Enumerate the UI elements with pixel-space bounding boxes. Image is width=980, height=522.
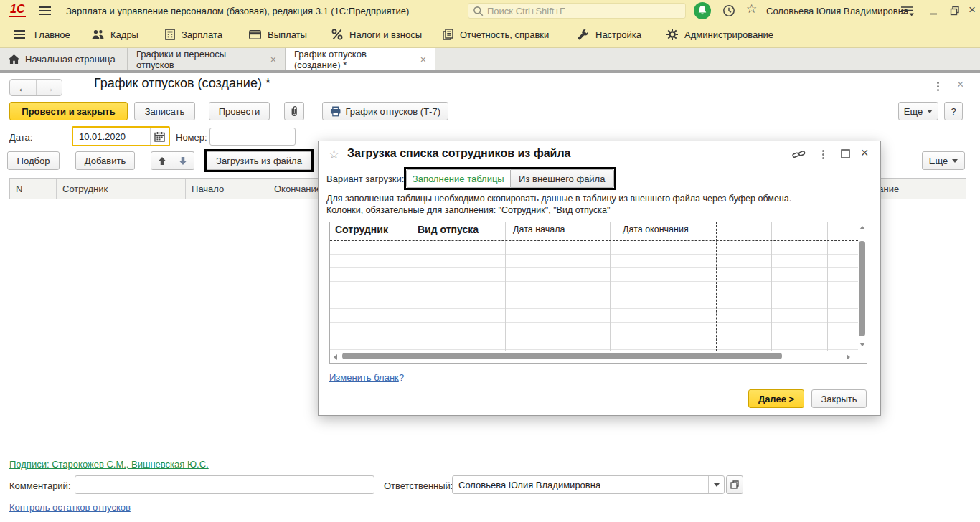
calendar-icon [154,131,165,142]
tab-vacation-schedules-list[interactable]: Графики и переносы отпусков × [128,48,286,70]
scroll-up-arrow[interactable] [859,226,865,229]
scroll-right-arrow[interactable] [847,354,850,360]
date-input[interactable] [73,131,150,142]
home-icon [9,54,19,64]
tab-label: График отпусков (создание) * [294,49,415,70]
wrench-icon [578,29,589,40]
notifications-button[interactable] [694,2,711,19]
service-menu-icon[interactable] [900,6,914,16]
bell-icon [698,6,707,16]
vertical-scrollbar-thumb[interactable] [859,241,865,336]
dialog-maximize-button[interactable] [841,149,850,158]
search-input[interactable] [487,6,681,16]
dialog-favorite-star-icon[interactable]: ☆ [329,147,339,162]
open-windows-tabbar: Начальная страница Графики и переносы от… [0,48,980,70]
table-more-button[interactable]: Еще [922,151,965,170]
tab-home[interactable]: Начальная страница [0,48,128,70]
date-label: Дата: [9,132,32,143]
dialog-close-button[interactable]: × [861,146,869,159]
scroll-left-arrow[interactable] [334,354,337,360]
sections-menu-icon[interactable] [13,29,26,39]
horizontal-scrollbar-thumb[interactable] [342,353,782,359]
menu-item-settings[interactable]: Настройка [578,22,641,47]
calendar-picker-button[interactable] [150,128,169,145]
form-kebab-menu[interactable] [937,82,939,91]
forward-button[interactable]: → [37,80,62,95]
tutorial-highlight-variant: Заполнение таблицы Из внешнего файла [404,167,616,190]
column-header-n[interactable]: N [10,179,56,199]
tab-close-icon[interactable]: × [270,54,276,65]
global-search[interactable] [468,3,686,19]
percent-icon [331,29,343,40]
calculator-icon [165,29,175,40]
form-more-button[interactable]: Еще [898,102,938,120]
minimize-button[interactable] [928,6,938,16]
attachments-button[interactable] [284,102,304,120]
date-field[interactable] [72,126,170,146]
window-titlebar: 1С Зарплата и управление персоналом (баз… [0,0,980,22]
add-row-button[interactable]: Добавить [75,151,135,170]
post-button[interactable]: Провести [209,102,270,120]
move-row-up-button[interactable] [151,151,173,170]
form-close-icon[interactable]: × [957,79,963,90]
tab-close-icon[interactable]: × [420,54,426,65]
main-menu-icon[interactable] [39,6,52,16]
grid-line [610,222,611,351]
menu-item-staff[interactable]: Кадры [92,22,138,47]
menu-item-salary[interactable]: Зарплата [165,22,222,47]
favorites-star-icon[interactable]: ☆ [746,3,757,15]
dialog-help-icon[interactable]: ? [399,372,404,383]
close-window-button[interactable]: × [969,4,976,16]
responsible-open-button[interactable] [726,475,743,494]
responsible-input[interactable] [453,480,708,490]
page-title: График отпусков (создание) * [94,76,270,91]
next-button[interactable]: Далее > [748,389,804,408]
paste-table-header-border [330,239,867,239]
responsible-label: Ответственный: [384,480,453,491]
responsible-dropdown-button[interactable] [708,476,724,493]
paste-col-employee: Сотрудник [335,224,388,235]
load-employees-dialog: ☆ Загрузка списка сотрудников из файла ×… [318,141,881,416]
printer-icon [330,106,341,117]
column-header-employee[interactable]: Сотрудник [56,179,185,199]
save-button[interactable]: Записать [134,102,195,120]
restore-button[interactable] [950,6,960,16]
number-input[interactable] [209,128,296,146]
grid-line [410,222,410,351]
column-header-start[interactable]: Начало [185,179,268,199]
menu-item-main[interactable]: Главное [34,22,70,47]
help-button[interactable]: ? [944,102,963,120]
menu-item-reports[interactable]: Отчетность, справки [443,22,549,47]
move-row-down-button[interactable] [172,151,194,170]
variant-tab-external-file[interactable]: Из внешнего файла [511,169,615,188]
tab-vacation-schedule-new[interactable]: График отпусков (создание) * × [286,48,435,70]
comment-label: Комментарий: [9,480,71,491]
responsible-combo[interactable] [452,475,725,494]
load-from-file-button[interactable]: Загрузить из файла [207,151,311,170]
grid-line [771,222,772,351]
menu-item-payments[interactable]: Выплаты [249,22,307,47]
comment-input[interactable] [75,475,374,494]
menu-item-taxes[interactable]: Налоги и взносы [331,22,422,47]
history-icon[interactable] [722,4,735,17]
menu-item-administration[interactable]: Администрирование [666,22,773,47]
dialog-kebab-menu[interactable] [822,150,824,159]
back-button[interactable]: ← [10,80,37,95]
dialog-title: Загрузка списка сотрудников из файла [347,147,571,160]
print-t7-button[interactable]: График отпусков (Т-7) [322,102,448,120]
paste-col-vacation-type: Вид отпуска [418,224,479,235]
scroll-down-arrow[interactable] [859,343,865,346]
vacation-balance-control-link[interactable]: Контроль остатков отпусков [9,502,131,513]
1c-logo: 1С [9,3,26,17]
pick-employees-button[interactable]: Подбор [7,151,60,170]
menu-item-label: Главное [34,29,70,40]
variant-tab-fill-table[interactable]: Заполнение таблицы [406,169,511,188]
menu-item-label: Настройка [595,29,641,40]
number-label: Номер: [176,132,207,143]
dialog-close-action-button[interactable]: Закрыть [811,389,867,408]
post-and-close-button[interactable]: Провести и закрыть [9,102,128,120]
signatures-link[interactable]: Подписи: Старокожев С.М., Вишневская Ю.С… [9,459,209,470]
edit-form-link[interactable]: Изменить бланк [329,372,399,383]
current-user[interactable]: Соловьева Юлия Владимировна [766,6,908,16]
get-link-icon[interactable] [792,149,806,160]
